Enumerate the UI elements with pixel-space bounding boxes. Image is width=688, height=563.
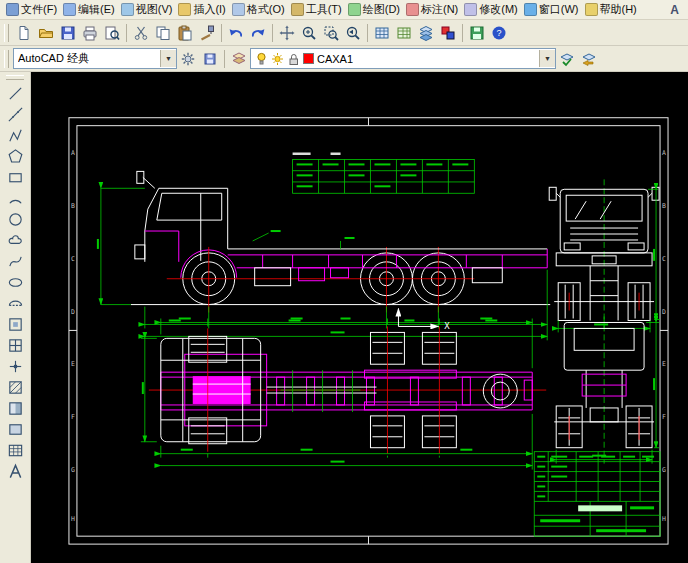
draw-tool-polyline[interactable] [2,125,28,146]
svg-text:D: D [662,308,666,316]
svg-text:G: G [71,466,75,474]
help-button[interactable]: ? [488,22,510,44]
svg-text:F: F [71,413,75,421]
draw-tool-point[interactable] [2,356,28,377]
menu-format[interactable]: 格式(O) [229,1,288,18]
question-mark-glyph: ? [496,28,501,38]
draw-tool-line[interactable] [2,83,28,104]
draw-tool-region[interactable] [2,419,28,440]
pan-button[interactable] [276,22,298,44]
toolbar-grip[interactable] [6,75,24,80]
menu-window[interactable]: 窗口(W) [521,1,582,18]
menu-dimension[interactable]: 标注(N) [403,1,461,18]
svg-text:D: D [71,308,75,316]
draw-tool-hatch[interactable] [2,377,28,398]
cad-application-window: 文件(F) 编辑(E) 视图(V) 插入(I) 格式(O) 工具(T) 绘图(D… [0,0,688,563]
make-object-layer-current-button[interactable] [556,48,578,70]
toolbar-grip[interactable] [4,50,9,68]
paste-button[interactable] [174,22,196,44]
chevron-down-icon[interactable]: ▼ [539,50,555,67]
toolbar-separator [221,24,222,42]
standard-toolbar: ? [0,20,688,46]
menu-file[interactable]: 文件(F) [3,1,60,18]
open-button[interactable] [35,22,57,44]
cad-drawing-canvas[interactable]: A B C D E F G H A B C D E F G H [31,72,688,563]
print-preview-button[interactable] [101,22,123,44]
new-file-button[interactable] [13,22,35,44]
menu-help[interactable]: 帮助(H) [582,1,640,18]
draw-tool-arc[interactable] [2,188,28,209]
draw-tool-ellipse-arc[interactable] [2,293,28,314]
menu-file-label: 文件(F) [21,2,57,17]
menu-draw[interactable]: 绘图(D) [345,1,403,18]
color-control-button[interactable] [437,22,459,44]
save-workspace-button[interactable] [199,48,221,70]
toolbar-separator [224,50,225,68]
draw-tool-gradient[interactable] [2,398,28,419]
toolbar-separator [272,24,273,42]
draw-tool-rectangle[interactable] [2,167,28,188]
menu-modify[interactable]: 修改(M) [461,1,521,18]
modify-menu-icon [464,3,477,16]
quick-table-button[interactable] [393,22,415,44]
draw-tool-spline[interactable] [2,251,28,272]
save-button[interactable] [57,22,79,44]
layer-thaw-sun-icon[interactable] [271,52,284,66]
zoom-window-button[interactable] [320,22,342,44]
menu-window-label: 窗口(W) [539,2,579,17]
workspace-layer-toolbar: AutoCAD 经典 ▼ CAXA1 ▼ [0,46,688,72]
menu-bar: 文件(F) 编辑(E) 视图(V) 插入(I) 格式(O) 工具(T) 绘图(D… [0,0,688,20]
draw-tool-insert-block[interactable] [2,314,28,335]
main-area: A B C D E F G H A B C D E F G H [0,72,688,563]
cut-button[interactable] [130,22,152,44]
zoom-previous-button[interactable] [342,22,364,44]
svg-text:H: H [71,515,75,523]
menu-insert[interactable]: 插入(I) [175,1,228,18]
layer-color-swatch[interactable] [303,53,314,64]
svg-text:B: B [71,202,75,210]
svg-text:H: H [662,515,666,523]
menu-edit[interactable]: 编辑(E) [60,1,118,18]
layer-on-bulb-icon[interactable] [255,52,268,66]
caxa-save-button[interactable] [466,22,488,44]
draw-tool-circle[interactable] [2,209,28,230]
copy-button[interactable] [152,22,174,44]
workspace-value: AutoCAD 经典 [18,51,89,66]
draw-tool-make-block[interactable] [2,335,28,356]
draw-tool-multiline-text[interactable] [2,461,28,482]
workspace-combobox[interactable]: AutoCAD 经典 ▼ [13,48,177,69]
draw-tool-revision-cloud[interactable] [2,230,28,251]
zoom-realtime-button[interactable] [298,22,320,44]
svg-text:E: E [662,360,666,368]
svg-text:B: B [662,202,666,210]
draw-menu-icon [348,3,361,16]
svg-text:A: A [71,150,75,158]
match-properties-button[interactable] [196,22,218,44]
draw-toolbar [0,72,31,563]
plot-button[interactable] [79,22,101,44]
menu-tools[interactable]: 工具(T) [288,1,345,18]
layer-previous-button[interactable] [578,48,600,70]
toolbar-grip[interactable] [4,24,9,42]
layer-unlock-icon[interactable] [287,52,300,66]
draw-tool-ellipse[interactable] [2,272,28,293]
text-style-icon[interactable]: A [664,3,685,17]
draw-tool-table[interactable] [2,440,28,461]
workspace-settings-button[interactable] [177,48,199,70]
layer-properties-button[interactable] [228,48,250,70]
draw-tool-polygon[interactable] [2,146,28,167]
layers-panel-button[interactable] [415,22,437,44]
menu-view[interactable]: 视图(V) [118,1,176,18]
svg-text:C: C [662,255,666,263]
draw-tool-construction-line[interactable] [2,104,28,125]
edit-menu-icon [63,3,76,16]
chevron-down-icon[interactable]: ▼ [160,50,176,67]
svg-text:E: E [71,360,75,368]
measure-button[interactable] [371,22,393,44]
redo-button[interactable] [247,22,269,44]
undo-button[interactable] [225,22,247,44]
layer-combobox[interactable]: CAXA1 ▼ [250,48,556,69]
current-layer-name: CAXA1 [317,53,353,65]
format-menu-icon [232,3,245,16]
dimension-menu-icon [406,3,419,16]
